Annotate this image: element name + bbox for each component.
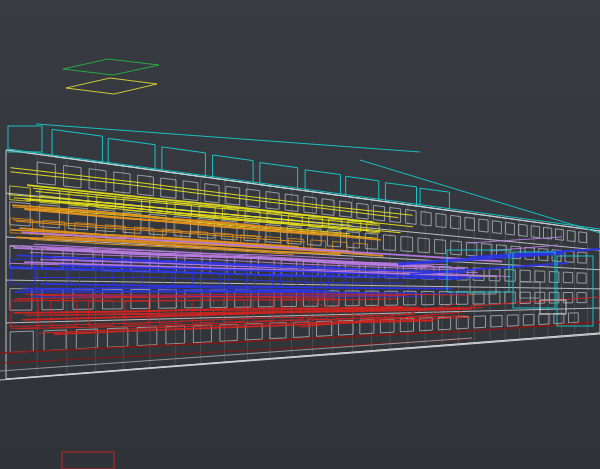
3d-wireframe-canvas[interactable] bbox=[0, 0, 600, 469]
cad-viewport[interactable] bbox=[0, 0, 600, 469]
